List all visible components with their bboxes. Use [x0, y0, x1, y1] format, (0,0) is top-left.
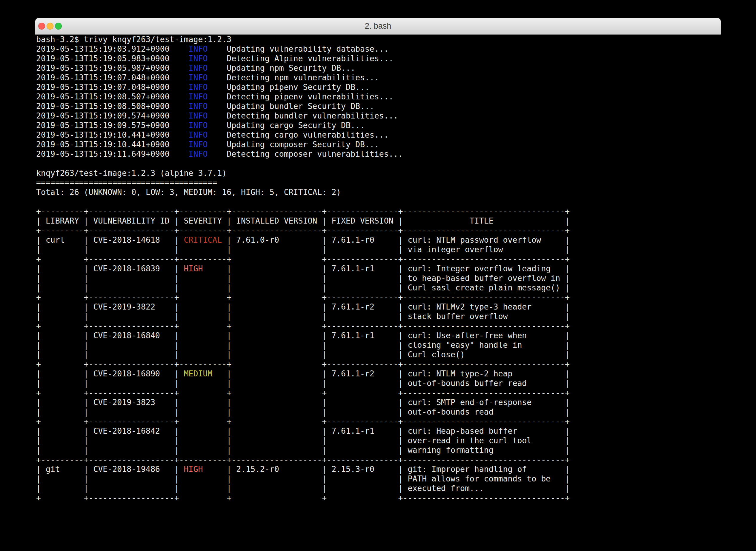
text-segment: | | | | | | closing "easy" handle in | — [36, 340, 570, 350]
text-segment: ====================================== — [36, 178, 217, 187]
terminal-line — [36, 159, 721, 168]
text-segment: | | CVE-2019-3822 | | | 7.61.1-r2 | curl… — [36, 302, 570, 311]
text-segment: 2019-05-13T15:19:11.649+0900 — [36, 149, 189, 158]
text-segment: | | | | | | out-of-bounds read | — [36, 407, 570, 416]
window-title: 2. bash — [35, 18, 721, 34]
text-segment: INFO — [189, 121, 208, 130]
terminal-line: 2019-05-13T15:19:07.048+0900 INFO Updati… — [36, 82, 721, 92]
text-segment: | | | | | | stack buffer overflow | — [36, 312, 570, 321]
text-segment: | git | CVE-2018-19486 | — [36, 464, 184, 474]
text-segment: | | | | | | Curl_sasl_create_plain_messa… — [36, 283, 570, 292]
text-segment: Updating cargo Security DB... — [208, 121, 365, 130]
terminal-line: | | | | | | to heap-based buffer overflo… — [36, 273, 721, 283]
text-segment: | | | | | | to heap-based buffer overflo… — [36, 273, 570, 283]
window-titlebar[interactable]: 2. bash — [35, 18, 721, 35]
terminal-line — [36, 197, 721, 206]
terminal-line: | git | CVE-2018-19486 | HIGH | 2.15.2-r… — [36, 464, 721, 474]
text-segment: INFO — [189, 149, 208, 158]
text-segment: | | | | | | PATH allows for commands to … — [36, 474, 570, 483]
terminal-line: knqyf263/test-image:1.2.3 (alpine 3.7.1) — [36, 168, 721, 178]
text-segment: CRITICAL — [184, 235, 222, 244]
text-segment: | | 7.61.1-r1 | curl: Integer overflow l… — [203, 264, 570, 273]
text-segment: | | | | | | executed from... | — [36, 484, 570, 493]
text-segment: +---------+------------------+----------… — [36, 226, 570, 235]
text-segment: | | 7.61.1-r2 | curl: NTLM type-2 heap | — [212, 369, 570, 378]
terminal-line: | | | | | | stack buffer overflow | — [36, 312, 721, 321]
terminal-window: 2. bash bash-3.2$ trivy knqyf263/test-im… — [35, 18, 721, 538]
terminal-line: | | | | | | out-of-bounds buffer read | — [36, 379, 721, 388]
text-segment: MEDIUM — [184, 369, 213, 378]
terminal-line: +---------+------------------+----------… — [36, 226, 721, 235]
text-segment: 2019-05-13T15:19:07.048+0900 — [36, 82, 189, 92]
terminal-line: | | | | | | executed from... | — [36, 484, 721, 493]
text-segment: Detecting npm vulnerabilities... — [208, 73, 379, 82]
text-segment: Total: 26 (UNKNOWN: 0, LOW: 3, MEDIUM: 1… — [36, 187, 341, 197]
text-segment: HIGH — [184, 264, 203, 273]
terminal-line: | | CVE-2018-16890 | MEDIUM | | 7.61.1-r… — [36, 369, 721, 379]
terminal-line: Total: 26 (UNKNOWN: 0, LOW: 3, MEDIUM: 1… — [36, 187, 721, 197]
text-segment: INFO — [189, 140, 208, 149]
terminal-line: bash-3.2$ trivy knqyf263/test-image:1.2.… — [36, 35, 721, 44]
text-segment: INFO — [189, 73, 208, 82]
text-segment: 2019-05-13T15:19:10.441+0900 — [36, 140, 189, 149]
terminal-line: 2019-05-13T15:19:11.649+0900 INFO Detect… — [36, 149, 721, 159]
text-segment: INFO — [189, 111, 208, 120]
text-segment: INFO — [189, 63, 208, 72]
text-segment: 2019-05-13T15:19:09.574+0900 — [36, 111, 189, 120]
text-segment: INFO — [189, 54, 208, 63]
text-segment: + +------------------+ + +--------------… — [36, 417, 570, 426]
text-segment: + +------------------+----------+ +-----… — [36, 254, 570, 263]
terminal-line: 2019-05-13T15:19:07.048+0900 INFO Detect… — [36, 73, 721, 82]
terminal-line: | | CVE-2019-3822 | | | 7.61.1-r2 | curl… — [36, 302, 721, 312]
terminal-line: 2019-05-13T15:19:08.507+0900 INFO Detect… — [36, 92, 721, 101]
terminal-line: +---------+------------------+----------… — [36, 455, 721, 464]
terminal-line: | LIBRARY | VULNERABILITY ID | SEVERITY … — [36, 216, 721, 226]
text-segment: | 7.61.0-r0 | 7.61.1-r0 | curl: NTLM pas… — [222, 235, 570, 244]
text-segment: | curl | CVE-2018-14618 | — [36, 235, 184, 244]
text-segment: | | CVE-2019-3823 | | | | curl: SMTP end… — [36, 398, 570, 407]
text-segment: | | | | | | out-of-bounds buffer read | — [36, 379, 570, 388]
text-segment: 2019-05-13T15:19:08.508+0900 — [36, 101, 189, 111]
terminal-line: | | | | | | Curl_sasl_create_plain_messa… — [36, 283, 721, 293]
terminal-line: 2019-05-13T15:19:10.441+0900 INFO Detect… — [36, 130, 721, 140]
text-segment: Detecting composer vulnerabilities... — [208, 149, 403, 158]
text-segment: + +------------------+ + +--------------… — [36, 293, 570, 302]
terminal-line: | | | | | | over-read in the curl tool | — [36, 436, 721, 445]
text-segment: Updating npm Security DB... — [208, 63, 355, 72]
terminal-line: 2019-05-13T15:19:10.441+0900 INFO Updati… — [36, 140, 721, 149]
text-segment: 2019-05-13T15:19:05.987+0900 — [36, 63, 189, 72]
text-segment: + +------------------+ + + +------------… — [36, 388, 570, 397]
text-segment: | | CVE-2018-16839 | — [36, 264, 184, 273]
text-segment: Updating vulnerability database... — [208, 44, 388, 53]
terminal-line: | | | | | | via integer overflow | — [36, 245, 721, 254]
terminal-output[interactable]: bash-3.2$ trivy knqyf263/test-image:1.2.… — [36, 35, 721, 538]
text-segment: 2019-05-13T15:19:09.575+0900 — [36, 121, 189, 130]
terminal-line: 2019-05-13T15:19:05.987+0900 INFO Updati… — [36, 63, 721, 73]
terminal-line: + +------------------+ + +--------------… — [36, 417, 721, 426]
terminal-line: | | CVE-2019-3823 | | | | curl: SMTP end… — [36, 398, 721, 407]
terminal-line: + +------------------+ + + +------------… — [36, 388, 721, 398]
terminal-line: | | CVE-2018-16839 | HIGH | | 7.61.1-r1 … — [36, 264, 721, 273]
text-segment: + +------------------+ + + +------------… — [36, 493, 570, 502]
text-segment: INFO — [189, 82, 208, 92]
text-segment: | | CVE-2018-16842 | | | 7.61.1-r1 | cur… — [36, 426, 570, 436]
text-segment: 2019-05-13T15:19:10.441+0900 — [36, 130, 189, 139]
terminal-line: 2019-05-13T15:19:08.508+0900 INFO Updati… — [36, 101, 721, 111]
text-segment: 2019-05-13T15:19:08.507+0900 — [36, 92, 189, 101]
terminal-line: ====================================== — [36, 178, 721, 187]
text-segment: Updating composer Security DB... — [208, 140, 379, 149]
text-segment: | | CVE-2018-16840 | | | 7.61.1-r1 | cur… — [36, 331, 570, 340]
terminal-line: + +------------------+----------+ +-----… — [36, 359, 721, 369]
text-segment: Detecting cargo vulnerabilities... — [208, 130, 388, 139]
terminal-line: + +------------------+----------+ +-----… — [36, 254, 721, 264]
text-segment: +---------+------------------+----------… — [36, 206, 570, 216]
text-segment: +---------+------------------+----------… — [36, 455, 570, 464]
terminal-line: | | CVE-2018-16842 | | | 7.61.1-r1 | cur… — [36, 426, 721, 436]
text-segment: INFO — [189, 101, 208, 111]
text-segment: bash-3.2$ trivy knqyf263/test-image:1.2.… — [36, 35, 232, 44]
text-segment: HIGH — [184, 464, 203, 474]
text-segment: Detecting bundler vulnerabilities... — [208, 111, 398, 120]
text-segment: | | CVE-2018-16890 | — [36, 369, 184, 378]
text-segment: | 2.15.2-r0 | 2.15.3-r0 | git: Improper … — [203, 464, 570, 474]
text-segment: | | | | | | warning formatting | — [36, 445, 570, 455]
